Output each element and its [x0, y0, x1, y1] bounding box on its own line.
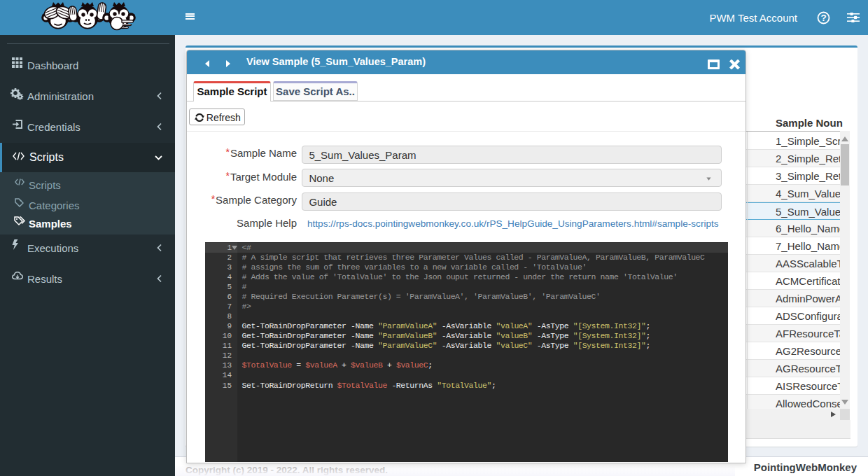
svg-text:?: ?	[820, 13, 826, 23]
